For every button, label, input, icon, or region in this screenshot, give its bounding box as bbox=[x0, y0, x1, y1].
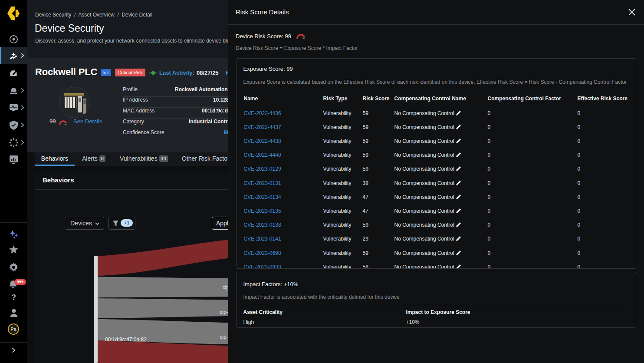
svg-text:00:1d:9c:d7:0a:82: 00:1d:9c:d7:0a:82 bbox=[105, 337, 147, 343]
